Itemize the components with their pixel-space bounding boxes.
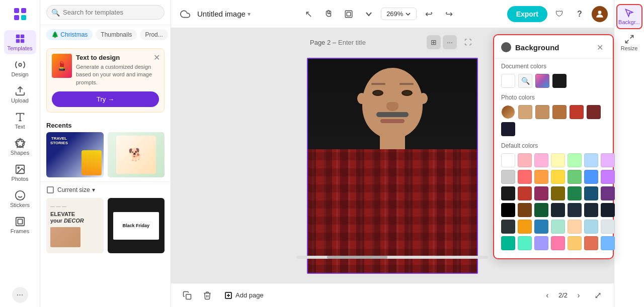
- file-icon-button[interactable]: [177, 6, 193, 22]
- search-input[interactable]: [46, 5, 165, 20]
- default-color-29[interactable]: [518, 220, 532, 234]
- sidebar-item-stickers[interactable]: Stickers: [4, 187, 36, 211]
- default-color-4[interactable]: [568, 153, 582, 167]
- default-color-31[interactable]: [551, 220, 565, 234]
- tag-christmas[interactable]: 🌲 Christmas: [46, 29, 93, 40]
- default-color-2[interactable]: [534, 153, 548, 167]
- template-2[interactable]: Black Friday: [108, 198, 165, 253]
- doc-color-black[interactable]: [552, 74, 567, 88]
- sidebar-item-text[interactable]: Text: [4, 109, 36, 133]
- zoom-control[interactable]: 269%: [381, 8, 417, 20]
- default-color-38[interactable]: [551, 236, 565, 250]
- add-page-button[interactable]: Add page: [219, 287, 269, 303]
- redo-button[interactable]: ↪: [441, 6, 457, 22]
- default-color-41[interactable]: [601, 236, 615, 250]
- sidebar-item-frames[interactable]: Frames: [4, 213, 36, 237]
- duplicate-page-button[interactable]: [179, 287, 195, 303]
- avatar-button[interactable]: [592, 6, 608, 22]
- default-color-5[interactable]: [584, 153, 598, 167]
- default-color-28[interactable]: [501, 220, 515, 234]
- sidebar-item-templates[interactable]: Templates: [4, 30, 36, 54]
- frame-tool-button[interactable]: [341, 6, 357, 22]
- photo-color-6[interactable]: [501, 122, 515, 136]
- photo-color-2[interactable]: [535, 105, 549, 119]
- default-color-10[interactable]: [551, 170, 565, 184]
- default-color-12[interactable]: [584, 170, 598, 184]
- page-title-input[interactable]: [338, 39, 423, 46]
- photo-color-1[interactable]: [518, 105, 532, 119]
- photo-color-5[interactable]: [587, 105, 601, 119]
- tag-prod[interactable]: Prod...: [140, 29, 168, 40]
- default-color-23[interactable]: [534, 203, 548, 217]
- shield-button[interactable]: 🛡: [551, 6, 568, 22]
- default-color-26[interactable]: [584, 203, 598, 217]
- default-color-37[interactable]: [534, 236, 548, 250]
- right-panel-resize-button[interactable]: Resize: [616, 31, 642, 54]
- default-color-11[interactable]: [568, 170, 582, 184]
- default-color-17[interactable]: [551, 186, 565, 200]
- default-color-7[interactable]: [501, 170, 515, 184]
- ttd-cta-button[interactable]: Try →: [52, 91, 159, 107]
- delete-page-button[interactable]: [199, 287, 215, 303]
- help-button[interactable]: ?: [572, 6, 588, 22]
- default-color-6[interactable]: [601, 153, 615, 167]
- more-page-options-button[interactable]: ···: [443, 35, 457, 49]
- default-color-18[interactable]: [568, 186, 582, 200]
- file-title[interactable]: Untitled image ▾: [197, 10, 251, 18]
- more-tools-button[interactable]: [361, 6, 377, 22]
- default-color-35[interactable]: [501, 236, 515, 250]
- present-button[interactable]: ⊞: [427, 35, 441, 49]
- default-color-14[interactable]: [501, 186, 515, 200]
- select-tool-button[interactable]: ↖: [300, 6, 316, 22]
- default-color-34[interactable]: [601, 220, 615, 234]
- doc-color-white[interactable]: [501, 74, 515, 88]
- default-color-32[interactable]: [568, 220, 582, 234]
- next-page-button[interactable]: ›: [572, 288, 586, 302]
- hand-tool-button[interactable]: [320, 6, 337, 22]
- export-button[interactable]: Export: [507, 6, 547, 22]
- photo-color-photo[interactable]: [501, 105, 515, 119]
- sidebar-item-photos[interactable]: Photos: [4, 161, 36, 185]
- undo-button[interactable]: ↩: [421, 6, 437, 22]
- default-color-1[interactable]: [518, 153, 532, 167]
- default-color-36[interactable]: [518, 236, 532, 250]
- default-color-27[interactable]: [601, 203, 615, 217]
- expand-button[interactable]: ⤢: [590, 287, 606, 303]
- default-color-13[interactable]: [601, 170, 615, 184]
- app-logo[interactable]: [10, 4, 30, 24]
- default-color-20[interactable]: [601, 186, 615, 200]
- default-color-30[interactable]: [534, 220, 548, 234]
- template-1[interactable]: — — — ELEVATEyour DECOR: [46, 198, 104, 253]
- canvas-scrollbar-thumb[interactable]: [327, 256, 387, 259]
- sidebar-item-shapes[interactable]: Shapes: [4, 135, 36, 159]
- photo-color-4[interactable]: [570, 105, 584, 119]
- default-color-40[interactable]: [584, 236, 598, 250]
- default-color-39[interactable]: [568, 236, 582, 250]
- default-color-9[interactable]: [534, 170, 548, 184]
- default-color-19[interactable]: [584, 186, 598, 200]
- default-color-0[interactable]: [501, 153, 515, 167]
- canvas-frame[interactable]: [307, 58, 478, 274]
- canvas-scrollbar[interactable]: [297, 256, 488, 259]
- default-color-8[interactable]: [518, 170, 532, 184]
- default-color-21[interactable]: [501, 203, 515, 217]
- recent-thumb-1[interactable]: TRAVELSTORIES: [46, 132, 104, 177]
- tag-thumbnails[interactable]: Thumbnails: [96, 29, 137, 40]
- fullscreen-button[interactable]: ⛶: [461, 35, 475, 49]
- sidebar-item-upload[interactable]: Upload: [4, 82, 36, 107]
- default-color-3[interactable]: [551, 153, 565, 167]
- photo-color-3[interactable]: [552, 105, 567, 119]
- sidebar-item-design[interactable]: Design: [4, 56, 36, 80]
- default-color-25[interactable]: [568, 203, 582, 217]
- text-to-design-close-button[interactable]: ✕: [153, 53, 160, 62]
- prev-page-button[interactable]: ‹: [540, 288, 554, 302]
- recent-thumb-2[interactable]: 🐕: [108, 132, 165, 177]
- right-panel-background-button[interactable]: Backgr...: [616, 4, 642, 29]
- doc-color-eyedropper[interactable]: 🔍: [518, 74, 532, 88]
- default-color-33[interactable]: [584, 220, 598, 234]
- default-color-15[interactable]: [518, 186, 532, 200]
- default-color-24[interactable]: [551, 203, 565, 217]
- default-color-22[interactable]: [518, 203, 532, 217]
- default-color-16[interactable]: [534, 186, 548, 200]
- bp-close-button[interactable]: ✕: [594, 41, 606, 53]
